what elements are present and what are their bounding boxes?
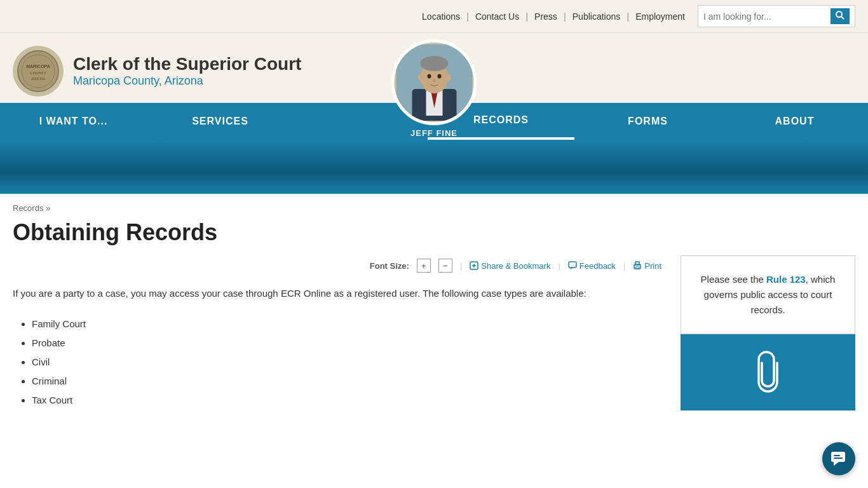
svg-text:ARIZONA: ARIZONA: [31, 77, 46, 81]
svg-point-15: [433, 79, 435, 83]
rule-123-link[interactable]: Rule 123: [766, 274, 806, 285]
svg-rect-23: [635, 262, 639, 265]
svg-point-16: [417, 74, 423, 81]
seal-logo: MARICOPA COUNTY ARIZONA: [13, 46, 64, 97]
breadcrumb: Records »: [0, 194, 868, 216]
breadcrumb-separator: »: [46, 203, 50, 213]
sep1: |: [466, 11, 469, 22]
share-bookmark-label: Share & Bookmark: [481, 261, 550, 271]
svg-point-14: [437, 74, 441, 78]
font-toolbar: Font Size: + − | Share & Bookmark | Feed…: [13, 255, 661, 285]
svg-rect-24: [635, 267, 639, 269]
rule-box-text-before: Please see the: [701, 274, 766, 285]
svg-text:COUNTY: COUNTY: [30, 71, 46, 75]
content-area: Font Size: + − | Share & Bookmark | Feed…: [0, 255, 868, 410]
list-item: Tax Court: [32, 391, 661, 410]
print-icon: [633, 261, 642, 270]
font-decrease-button[interactable]: −: [438, 259, 452, 273]
print-link[interactable]: Print: [633, 261, 661, 271]
employment-link[interactable]: Employment: [635, 11, 685, 22]
print-label: Print: [644, 261, 661, 271]
portrait-svg: [396, 44, 472, 121]
breadcrumb-records-link[interactable]: Records: [13, 203, 43, 213]
list-item: Probate: [32, 334, 661, 353]
main-content: Font Size: + − | Share & Bookmark | Feed…: [13, 255, 661, 410]
site-title: Clerk of the Superior Court: [73, 55, 301, 74]
list-item: Family Court: [32, 315, 661, 334]
portrait-circle: [391, 39, 477, 125]
utility-bar: Locations | Contact Us | Press | Publica…: [0, 0, 868, 33]
page-title: Obtaining Records: [0, 216, 868, 255]
header-text: Clerk of the Superior Court Maricopa Cou…: [73, 55, 301, 88]
publications-link[interactable]: Publications: [573, 11, 621, 22]
nav-forms[interactable]: FORMS: [574, 104, 721, 139]
svg-text:MARICOPA: MARICOPA: [26, 64, 50, 69]
feedback-icon: [568, 261, 577, 270]
font-size-label: Font Size:: [370, 261, 409, 271]
svg-line-1: [841, 17, 844, 19]
toolbar-sep3: |: [623, 261, 625, 271]
press-link[interactable]: Press: [534, 11, 557, 22]
svg-point-0: [836, 11, 842, 17]
sidebar: Please see the Rule 123, which governs p…: [681, 255, 855, 410]
nav-services[interactable]: SERVICES: [147, 104, 294, 139]
blue-card: [681, 334, 855, 410]
sep2: |: [526, 11, 528, 22]
toolbar-sep1: |: [460, 261, 462, 271]
svg-point-17: [445, 74, 451, 81]
toolbar-sep2: |: [558, 261, 560, 271]
share-bookmark-link[interactable]: Share & Bookmark: [470, 261, 550, 271]
search-button[interactable]: [831, 8, 850, 24]
sep4: |: [627, 11, 629, 22]
search-icon: [836, 11, 844, 20]
seal-svg: MARICOPA COUNTY ARIZONA: [16, 49, 60, 93]
nav-about[interactable]: ABOUT: [721, 104, 868, 139]
font-increase-button[interactable]: +: [417, 259, 431, 273]
portrait-name: JEFF FINE: [410, 128, 458, 138]
locations-link[interactable]: Locations: [422, 11, 460, 22]
svg-point-13: [427, 74, 431, 78]
body-intro: If you are a party to a case, you may ac…: [13, 285, 661, 302]
site-subtitle: Maricopa County, Arizona: [73, 74, 301, 88]
hero-banner: [0, 140, 868, 194]
rule-box: Please see the Rule 123, which governs p…: [681, 255, 855, 334]
list-item: Criminal: [32, 372, 661, 391]
list-item: Civil: [32, 353, 661, 372]
feedback-link[interactable]: Feedback: [568, 261, 616, 271]
case-types-list: Family Court Probate Civil Criminal Tax …: [32, 315, 661, 410]
sep3: |: [564, 11, 566, 22]
portrait-container: JEFF FINE: [391, 39, 477, 138]
svg-rect-21: [569, 262, 576, 268]
attachment-icon: [750, 350, 785, 395]
search-wrapper: [698, 5, 855, 27]
contact-us-link[interactable]: Contact Us: [475, 11, 519, 22]
nav-i-want-to[interactable]: I WANT TO...: [0, 104, 147, 139]
header: MARICOPA COUNTY ARIZONA Clerk of the Sup…: [0, 33, 868, 103]
svg-point-12: [420, 56, 448, 71]
feedback-label: Feedback: [580, 261, 616, 271]
search-input[interactable]: [703, 11, 831, 22]
logo-area: MARICOPA COUNTY ARIZONA Clerk of the Sup…: [13, 46, 301, 97]
share-icon: [470, 261, 478, 270]
